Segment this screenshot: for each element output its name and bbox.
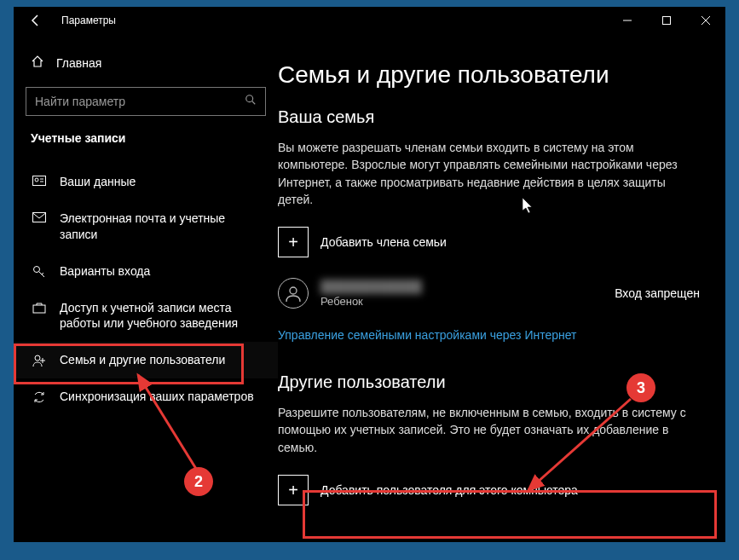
minimize-button[interactable] — [608, 7, 647, 34]
add-family-member-button[interactable]: + Добавить члена семьи — [278, 227, 700, 257]
plus-icon: + — [278, 227, 309, 257]
sidebar-item-label: Семья и другие пользователи — [60, 352, 225, 368]
home-link[interactable]: Главная — [14, 46, 278, 80]
sidebar-item-label: Варианты входа — [60, 263, 150, 280]
family-member-row[interactable]: ████████████ Ребенок Вход запрещен — [278, 278, 700, 309]
titlebar: Параметры — [14, 7, 725, 34]
svg-point-11 — [34, 266, 40, 272]
member-role: Ребенок — [320, 295, 615, 308]
sidebar-item-work[interactable]: Доступ к учетной записи места работы или… — [14, 290, 278, 343]
sidebar-item-family[interactable]: Семья и другие пользователи — [14, 342, 278, 378]
sidebar-item-signin[interactable]: Варианты входа — [14, 253, 278, 290]
people-icon — [31, 354, 48, 367]
briefcase-icon — [31, 302, 48, 314]
family-description: Вы можете разрешать членам семьи входить… — [278, 139, 700, 208]
back-button[interactable] — [24, 14, 48, 27]
category-heading: Учетные записи — [14, 131, 278, 145]
sidebar: Главная Учетные записи Ваши данные Элект… — [14, 34, 278, 542]
sidebar-item-label: Синхронизация ваших параметров — [60, 389, 254, 405]
sync-icon — [31, 390, 48, 404]
settings-window: Параметры Главная Учетные записи — [14, 7, 725, 542]
id-card-icon — [31, 176, 48, 188]
mail-icon — [31, 212, 48, 222]
search-input[interactable] — [35, 95, 245, 108]
content-area: Семья и другие пользователи Ваша семья В… — [278, 34, 725, 542]
add-family-label: Добавить члена семьи — [320, 235, 447, 249]
search-icon — [245, 94, 257, 109]
svg-rect-1 — [663, 17, 671, 25]
others-heading: Другие пользователи — [278, 372, 700, 392]
arrow-left-icon — [29, 14, 43, 27]
svg-rect-14 — [33, 305, 45, 313]
svg-point-18 — [290, 287, 297, 294]
svg-line-5 — [252, 101, 256, 105]
member-name: ████████████ — [320, 280, 615, 293]
page-title: Семья и другие пользователи — [278, 61, 700, 89]
manage-family-link[interactable]: Управление семейными настройками через И… — [278, 328, 576, 342]
others-description: Разрешите пользователям, не включенным в… — [278, 404, 700, 456]
search-box[interactable] — [26, 87, 266, 116]
svg-line-13 — [42, 273, 43, 274]
svg-point-7 — [35, 178, 38, 182]
window-controls — [608, 7, 725, 34]
svg-point-15 — [35, 355, 40, 361]
home-icon — [31, 55, 44, 72]
close-button[interactable] — [686, 7, 725, 34]
window-title: Параметры — [61, 14, 116, 26]
plus-icon: + — [278, 475, 309, 505]
sidebar-item-label: Доступ к учетной записи места работы или… — [60, 300, 266, 332]
key-icon — [31, 265, 48, 279]
sidebar-item-your-info[interactable]: Ваши данные — [14, 164, 278, 200]
add-other-user-button[interactable]: + Добавить пользователя для этого компью… — [278, 475, 700, 505]
family-heading: Ваша семья — [278, 107, 700, 127]
sidebar-item-email[interactable]: Электронная почта и учетные записи — [14, 200, 278, 253]
avatar-icon — [278, 278, 309, 309]
sidebar-item-sync[interactable]: Синхронизация ваших параметров — [14, 378, 278, 415]
home-label: Главная — [56, 56, 101, 70]
add-other-label: Добавить пользователя для этого компьюте… — [320, 483, 578, 497]
svg-point-4 — [246, 95, 253, 102]
sidebar-item-label: Электронная почта и учетные записи — [60, 211, 266, 243]
member-status: Вход запрещен — [615, 286, 700, 300]
maximize-button[interactable] — [647, 7, 686, 34]
sidebar-item-label: Ваши данные — [60, 174, 136, 190]
svg-rect-10 — [33, 212, 46, 222]
